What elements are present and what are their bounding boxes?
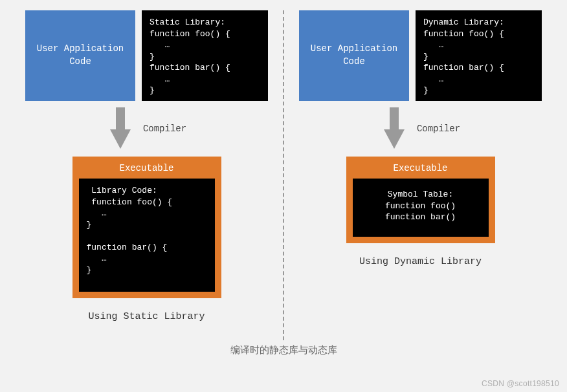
dynamic-library-code: function foo() { … } function bar() { … … [423, 29, 504, 96]
user-app-box-left: User Application Code [25, 10, 135, 101]
executable-code-left: Library Code: function foo() { … } funct… [79, 179, 215, 292]
user-app-label: User Application Code [30, 43, 130, 68]
svg-rect-2 [390, 107, 399, 129]
arrow-row-left: Compiler [21, 106, 272, 151]
executable-box-left: Executable Library Code: function foo() … [72, 157, 221, 298]
executable-code-right: Symbol Table: function foo() function ba… [353, 179, 489, 237]
watermark-text: CSDN @scott198510 [482, 379, 559, 388]
svg-rect-0 [116, 107, 125, 129]
top-row-left: User Application Code Static Library: fu… [21, 10, 272, 101]
vertical-divider [283, 10, 284, 340]
static-library-column: User Application Code Static Library: fu… [13, 10, 280, 340]
user-app-box-right: User Application Code [299, 10, 409, 101]
svg-marker-1 [110, 129, 131, 149]
caption-right: Using Dynamic Library [359, 256, 482, 267]
exec-line1-right: function foo() [361, 201, 481, 212]
executable-title-right: Executable [353, 160, 489, 179]
top-row-right: User Application Code Dynamic Library: f… [295, 10, 546, 101]
static-library-code: function foo() { … } function bar() { … … [150, 29, 230, 96]
dynamic-library-column: User Application Code Dynamic Library: f… [287, 10, 554, 340]
down-arrow-icon [381, 106, 408, 151]
static-library-box: Static Library: function foo() { … } fun… [142, 10, 268, 101]
caption-left: Using Static Library [88, 311, 205, 322]
static-library-title: Static Library: [150, 17, 225, 27]
exec-header-left: Library Code: [91, 186, 157, 195]
dynamic-library-box: Dynamic Library: function foo() { … } fu… [416, 10, 542, 101]
dynamic-library-title: Dynamic Library: [423, 17, 504, 27]
executable-box-right: Executable Symbol Table: function foo() … [346, 157, 495, 243]
exec-header-right: Symbol Table: [361, 189, 481, 201]
user-app-label-right: User Application Code [304, 43, 404, 68]
arrow-row-right: Compiler [295, 106, 546, 151]
executable-title-left: Executable [79, 160, 215, 179]
exec-body-left: function foo() { … } function bar() { … … [87, 197, 173, 275]
bottom-caption: 编译时的静态库与动态库 [13, 344, 554, 356]
exec-line2-right: function bar() [361, 212, 481, 223]
svg-marker-3 [384, 129, 405, 149]
compiler-label-left: Compiler [143, 124, 186, 134]
down-arrow-icon [107, 106, 134, 151]
compiler-label-right: Compiler [417, 124, 460, 134]
